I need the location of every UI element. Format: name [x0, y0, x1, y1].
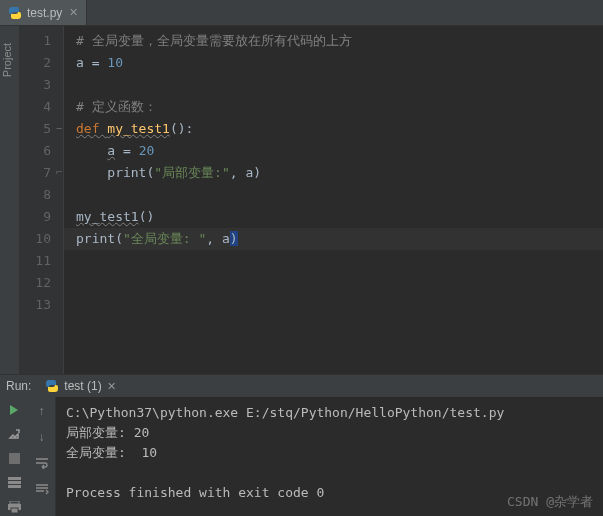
- line-number: 10: [20, 228, 51, 250]
- rerun-button[interactable]: [4, 401, 24, 419]
- line-number: 7: [20, 162, 51, 184]
- gutter: 1 2 3 4 5 6 7 8 9 10 11 12 13 − ⌐: [20, 26, 64, 374]
- stop-button[interactable]: [4, 449, 24, 467]
- up-arrow-icon[interactable]: ↑: [32, 401, 52, 421]
- run-toolbar-secondary: ↑ ↓: [28, 397, 56, 516]
- close-icon[interactable]: ✕: [107, 380, 116, 393]
- line-number: 5: [20, 118, 51, 140]
- settings-icon[interactable]: [4, 425, 24, 443]
- svg-rect-4: [10, 501, 19, 504]
- console-line: C:\Python37\python.exe E:/stq/Python/Hel…: [66, 403, 593, 423]
- run-config-tab[interactable]: test (1) ✕: [39, 375, 121, 397]
- run-header: Run: test (1) ✕: [0, 375, 603, 397]
- line-number: 13: [20, 294, 51, 316]
- tool-window-bar-left: Project: [0, 26, 20, 374]
- tab-label: test.py: [27, 6, 62, 20]
- down-arrow-icon[interactable]: ↓: [32, 427, 52, 447]
- svg-rect-6: [11, 508, 18, 513]
- python-file-icon: [8, 6, 22, 20]
- console-line: [66, 463, 593, 483]
- line-number: 6: [20, 140, 51, 162]
- fold-minus-icon[interactable]: −: [56, 118, 63, 140]
- line-number: 4: [20, 96, 51, 118]
- line-number: 9: [20, 206, 51, 228]
- run-toolbar-primary: [0, 397, 28, 516]
- comment: # 定义函数：: [76, 99, 157, 114]
- fold-end-icon[interactable]: ⌐: [56, 162, 63, 184]
- soft-wrap-icon[interactable]: [32, 453, 52, 473]
- code-editor[interactable]: 1 2 3 4 5 6 7 8 9 10 11 12 13 − ⌐ # 全局变量…: [20, 26, 603, 374]
- scroll-to-end-icon[interactable]: [32, 479, 52, 499]
- close-icon[interactable]: ✕: [69, 6, 78, 19]
- line-number: 2: [20, 52, 51, 74]
- svg-rect-3: [8, 485, 21, 488]
- layout-icon[interactable]: [4, 474, 24, 492]
- project-tool-label[interactable]: Project: [1, 43, 13, 77]
- code-area[interactable]: # 全局变量，全局变量需要放在所有代码的上方 a = 10 # 定义函数： de…: [64, 26, 603, 374]
- line-number: 3: [20, 74, 51, 96]
- print-icon[interactable]: [4, 498, 24, 516]
- run-config-name: test (1): [64, 379, 101, 393]
- tab-test-py[interactable]: test.py ✕: [0, 0, 87, 25]
- run-tool-window: Run: test (1) ✕ ↑ ↓ C:\Python37\python.e…: [0, 374, 603, 516]
- console-line: 局部变量: 20: [66, 423, 593, 443]
- editor-tabs: test.py ✕: [0, 0, 603, 26]
- line-number: 11: [20, 250, 51, 272]
- console-line: 全局变量: 10: [66, 443, 593, 463]
- svg-rect-1: [8, 477, 21, 480]
- svg-rect-0: [9, 453, 20, 464]
- python-icon: [45, 379, 59, 393]
- watermark: CSDN @杂学者: [507, 492, 593, 512]
- run-label: Run:: [6, 379, 31, 393]
- console-output[interactable]: C:\Python37\python.exe E:/stq/Python/Hel…: [56, 397, 603, 516]
- line-number: 12: [20, 272, 51, 294]
- line-number: 1: [20, 30, 51, 52]
- svg-rect-2: [8, 481, 21, 484]
- line-number: 8: [20, 184, 51, 206]
- comment: # 全局变量，全局变量需要放在所有代码的上方: [76, 33, 352, 48]
